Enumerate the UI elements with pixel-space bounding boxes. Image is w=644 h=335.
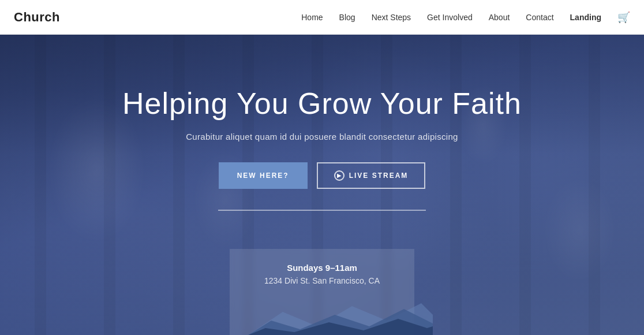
site-header: Church Home Blog Next Steps Get Involved…: [0, 0, 644, 35]
nav-landing[interactable]: Landing: [570, 13, 601, 22]
service-time: Sundays 9–11am: [248, 263, 396, 273]
hero-divider: [218, 210, 426, 211]
nav-about[interactable]: About: [489, 13, 510, 22]
hero-section: Helping You Grow Your Faith Curabitur al…: [0, 35, 644, 335]
new-here-button[interactable]: NEW HERE?: [219, 162, 308, 189]
hero-buttons: NEW HERE? ▶ LIVE STREAM: [219, 162, 426, 189]
hero-title: Helping You Grow Your Faith: [122, 87, 522, 121]
site-logo[interactable]: Church: [14, 10, 60, 25]
mountain-decoration: [248, 295, 433, 335]
nav-home[interactable]: Home: [301, 13, 323, 22]
cart-icon[interactable]: 🛒: [617, 11, 630, 24]
nav-next-steps[interactable]: Next Steps: [372, 13, 411, 22]
main-nav: Home Blog Next Steps Get Involved About …: [301, 11, 630, 24]
live-stream-label: LIVE STREAM: [349, 172, 409, 180]
hero-content: Helping You Grow Your Faith Curabitur al…: [0, 87, 644, 211]
nav-get-involved[interactable]: Get Involved: [427, 13, 473, 22]
info-card: Sundays 9–11am 1234 Divi St. San Francis…: [230, 249, 414, 335]
play-icon: ▶: [334, 170, 345, 181]
hero-subtitle: Curabitur aliquet quam id dui posuere bl…: [186, 132, 458, 142]
live-stream-button[interactable]: ▶ LIVE STREAM: [317, 162, 426, 189]
service-address: 1234 Divi St. San Francisco, CA: [248, 276, 396, 285]
nav-blog[interactable]: Blog: [339, 13, 355, 22]
nav-contact[interactable]: Contact: [526, 13, 553, 22]
